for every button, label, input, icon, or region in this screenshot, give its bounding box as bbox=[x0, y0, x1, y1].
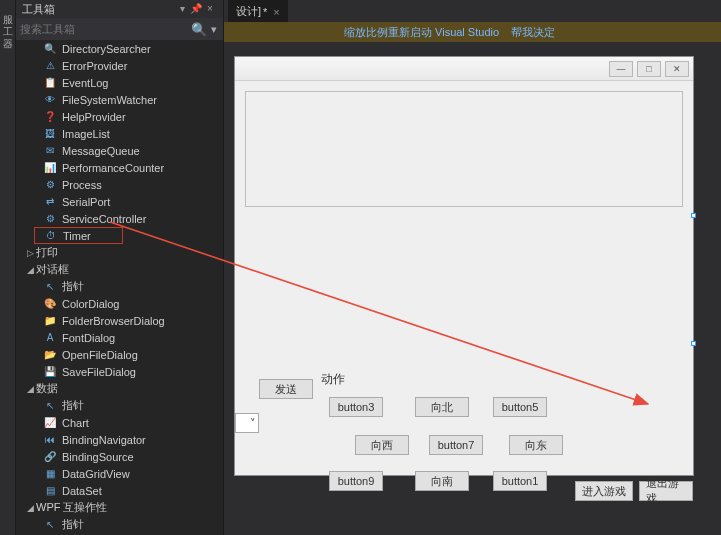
toolbox-item-savefiledialog[interactable]: 💾SaveFileDialog bbox=[16, 363, 223, 380]
maximize-button[interactable]: □ bbox=[637, 61, 661, 77]
button9[interactable]: button9 bbox=[329, 471, 383, 491]
category-wpf[interactable]: ◢WPF 互操作性 bbox=[16, 499, 223, 516]
selection-handle[interactable] bbox=[691, 213, 696, 218]
category-dialogs[interactable]: ◢对话框 bbox=[16, 261, 223, 278]
toolbox-item-label: FileSystemWatcher bbox=[62, 94, 157, 106]
toolbox-item-filesystemwatcher[interactable]: 👁FileSystemWatcher bbox=[16, 91, 223, 108]
toolbox-item-eventlog[interactable]: 📋EventLog bbox=[16, 74, 223, 91]
category-data[interactable]: ◢数据 bbox=[16, 380, 223, 397]
performancecounter-icon: 📊 bbox=[42, 161, 58, 175]
toolbox-search[interactable]: 🔍 ▾ bbox=[16, 18, 223, 40]
toolbox-item-performancecounter[interactable]: 📊PerformanceCounter bbox=[16, 159, 223, 176]
clear-icon[interactable]: ▾ bbox=[209, 23, 219, 36]
toolbox-panel: 工具箱 ▾ 📌 × 🔍 ▾ 🔍DirectorySearcher⚠ErrorPr… bbox=[16, 0, 224, 535]
combobox[interactable]: ˅ bbox=[235, 413, 259, 433]
dropdown-icon[interactable]: ▾ bbox=[175, 0, 189, 18]
selection-handle[interactable] bbox=[691, 341, 696, 346]
button1[interactable]: button1 bbox=[493, 471, 547, 491]
tab-modified-icon: * bbox=[263, 6, 267, 18]
toolbox-item-label: BindingSource bbox=[62, 451, 134, 463]
toolbox-item-colordialog[interactable]: 🎨ColorDialog bbox=[16, 295, 223, 312]
toolbox-item-label: 指针 bbox=[62, 279, 84, 294]
close-button[interactable]: ✕ bbox=[665, 61, 689, 77]
search-input[interactable] bbox=[20, 20, 189, 38]
directorysearcher-icon: 🔍 bbox=[42, 42, 58, 56]
button3[interactable]: button3 bbox=[329, 397, 383, 417]
helpprovider-icon: ❓ bbox=[42, 110, 58, 124]
toolbox-item-servicecontroller[interactable]: ⚙ServiceController bbox=[16, 210, 223, 227]
toolbox-item-serialport[interactable]: ⇄SerialPort bbox=[16, 193, 223, 210]
toolbox-item-bindingsource[interactable]: 🔗BindingSource bbox=[16, 448, 223, 465]
pin-icon[interactable]: 📌 bbox=[189, 0, 203, 18]
close-icon[interactable]: × bbox=[203, 0, 217, 18]
toolbox-item-datagridview[interactable]: ▦DataGridView bbox=[16, 465, 223, 482]
button7[interactable]: button7 bbox=[429, 435, 483, 455]
exit-game-button[interactable]: 退出游戏 bbox=[639, 481, 693, 501]
toolbox-item-bindingnavigator[interactable]: ⏮BindingNavigator bbox=[16, 431, 223, 448]
toolbox-item-指针[interactable]: ↖指针 bbox=[16, 516, 223, 533]
form-window[interactable]: — □ ✕ 发送 ˅ 动作 button3 向北 button5 向西 butt… bbox=[234, 56, 694, 476]
toolbox-item-label: PerformanceCounter bbox=[62, 162, 164, 174]
imagelist-icon: 🖼 bbox=[42, 127, 58, 141]
toolbox-item-helpprovider[interactable]: ❓HelpProvider bbox=[16, 108, 223, 125]
toolbox-item-指针[interactable]: ↖指针 bbox=[16, 397, 223, 414]
toolbox-item-label: DataGridView bbox=[62, 468, 130, 480]
toolbox-item-messagequeue[interactable]: ✉MessageQueue bbox=[16, 142, 223, 159]
rail-label-2[interactable]: 工 bbox=[1, 16, 15, 22]
action-label: 动作 bbox=[321, 371, 345, 388]
rail-label-1[interactable]: 服 bbox=[1, 4, 15, 10]
timer-icon: ⏱ bbox=[43, 229, 59, 243]
toolbox-item-label: Process bbox=[62, 179, 102, 191]
toolbox-item-指针[interactable]: ↖指针 bbox=[16, 278, 223, 295]
toolbox-item-label: HelpProvider bbox=[62, 111, 126, 123]
groupbox-top[interactable] bbox=[245, 91, 683, 207]
rail-label-3[interactable]: 器 bbox=[1, 28, 15, 34]
toolbox-item-label: FolderBrowserDialog bbox=[62, 315, 165, 327]
toolbox-item-label: BindingNavigator bbox=[62, 434, 146, 446]
toolbox-title: 工具箱 bbox=[22, 0, 55, 18]
toolbox-item-fontdialog[interactable]: AFontDialog bbox=[16, 329, 223, 346]
toolbox-item-label: ColorDialog bbox=[62, 298, 119, 310]
toolbox-item-dataset[interactable]: ▤DataSet bbox=[16, 482, 223, 499]
toolbox-item-directorysearcher[interactable]: 🔍DirectorySearcher bbox=[16, 40, 223, 57]
toolbox-item-label: FontDialog bbox=[62, 332, 115, 344]
toolbox-item-label: OpenFileDialog bbox=[62, 349, 138, 361]
toolbox-item-label: Chart bbox=[62, 417, 89, 429]
datagridview-icon: ▦ bbox=[42, 467, 58, 481]
enter-game-button[interactable]: 进入游戏 bbox=[575, 481, 633, 501]
toolbox-item-label: DataSet bbox=[62, 485, 102, 497]
tab-design[interactable]: 设计] * × bbox=[228, 0, 288, 22]
toolbox-item-label: 指针 bbox=[62, 398, 84, 413]
toolbox-item-process[interactable]: ⚙Process bbox=[16, 176, 223, 193]
send-button[interactable]: 发送 bbox=[259, 379, 313, 399]
toolbox-item-folderbrowserdialog[interactable]: 📁FolderBrowserDialog bbox=[16, 312, 223, 329]
指针-icon: ↖ bbox=[42, 399, 58, 413]
designer-surface[interactable]: — □ ✕ 发送 ˅ 动作 button3 向北 button5 向西 butt… bbox=[224, 42, 721, 535]
colordialog-icon: 🎨 bbox=[42, 297, 58, 311]
toolbox-item-timer[interactable]: ⏱Timer bbox=[34, 227, 123, 244]
toolbox-item-chart[interactable]: 📈Chart bbox=[16, 414, 223, 431]
folderbrowserdialog-icon: 📁 bbox=[42, 314, 58, 328]
info-message[interactable]: 缩放比例重新启动 Visual Studio bbox=[344, 25, 499, 40]
toolbox-item-errorprovider[interactable]: ⚠ErrorProvider bbox=[16, 57, 223, 74]
button5[interactable]: button5 bbox=[493, 397, 547, 417]
north-button[interactable]: 向北 bbox=[415, 397, 469, 417]
toolbox-item-openfiledialog[interactable]: 📂OpenFileDialog bbox=[16, 346, 223, 363]
category-print[interactable]: ▷打印 bbox=[16, 244, 223, 261]
minimize-button[interactable]: — bbox=[609, 61, 633, 77]
west-button[interactable]: 向西 bbox=[355, 435, 409, 455]
south-button[interactable]: 向南 bbox=[415, 471, 469, 491]
info-link[interactable]: 帮我决定 bbox=[511, 25, 555, 40]
指针-icon: ↖ bbox=[42, 518, 58, 532]
tab-close-icon[interactable]: × bbox=[273, 6, 279, 18]
filesystemwatcher-icon: 👁 bbox=[42, 93, 58, 107]
servicecontroller-icon: ⚙ bbox=[42, 212, 58, 226]
search-icon[interactable]: 🔍 bbox=[189, 22, 209, 37]
toolbox-item-label: ServiceController bbox=[62, 213, 146, 225]
toolbox-item-imagelist[interactable]: 🖼ImageList bbox=[16, 125, 223, 142]
east-button[interactable]: 向东 bbox=[509, 435, 563, 455]
dataset-icon: ▤ bbox=[42, 484, 58, 498]
toolbox-title-bar: 工具箱 ▾ 📌 × bbox=[16, 0, 223, 18]
toolbox-item-label: SerialPort bbox=[62, 196, 110, 208]
toolbox-item-label: SaveFileDialog bbox=[62, 366, 136, 378]
